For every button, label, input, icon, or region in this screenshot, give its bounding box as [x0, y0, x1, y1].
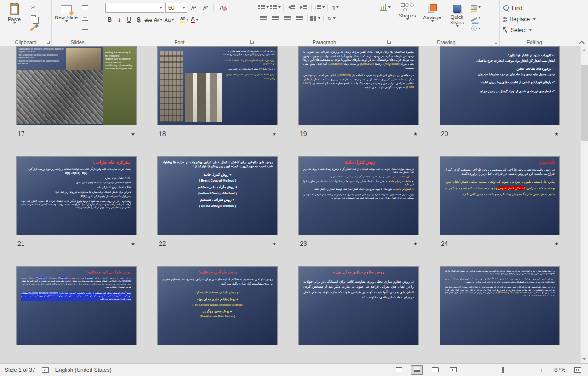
shapes-button[interactable]: Shapes — [395, 1, 420, 20]
slideshow-view-button[interactable] — [447, 365, 459, 375]
shape-effects-button[interactable] — [470, 24, 481, 33]
slide-cell: نکته مهم:دو روش باقیمانده یعنی روش طراحی… — [440, 156, 560, 248]
scrollbar-thumb[interactable] — [581, 65, 588, 141]
bold-button[interactable]: B — [105, 15, 114, 25]
slide-thumbnail[interactable]: روش مقاوم سازی محلی ویژهدر روش مقاوم ساز… — [298, 266, 419, 345]
align-text-button[interactable]: ⇅ — [326, 14, 337, 23]
underline-button[interactable]: U — [125, 15, 133, 25]
scroll-down-button[interactable] — [581, 355, 588, 363]
bullets-button[interactable] — [258, 3, 269, 12]
paste-button[interactable]: Paste — [2, 1, 27, 24]
slide-thumbnail[interactable]: استراتژی های طراحی:احتمال خرابی سازه ها … — [16, 156, 137, 235]
slide-thumbnail[interactable]: ۱- تغییرات شدید در فشار هوا نظیر:انفجار … — [440, 46, 560, 125]
reset-slide-button[interactable] — [80, 13, 91, 23]
copy-button[interactable] — [28, 13, 39, 23]
font-size-select[interactable]: 60 — [165, 3, 187, 13]
slide-text: پروژه مورد نظر ساختمان مسکونی ۱۶ طبقه با… — [222, 59, 275, 66]
select-button[interactable]: Select — [502, 25, 567, 35]
zoom-percentage[interactable]: 87% — [551, 367, 565, 373]
slide-layout-button[interactable] — [80, 3, 91, 12]
slide-number: 17 — [17, 130, 25, 137]
slide-cell: •Modification of structure, without the … — [16, 46, 137, 138]
slide-text: ۳- بارهای غیرعادی ناشی از نشست های پیش ب… — [445, 80, 555, 84]
align-center-button[interactable] — [270, 14, 281, 23]
quick-styles-button[interactable]: Quick Styles — [445, 1, 469, 27]
drawing-dialog-launcher[interactable] — [494, 40, 498, 44]
clear-formatting-button[interactable]: A — [216, 3, 227, 12]
italic-button[interactable]: I — [115, 15, 124, 25]
change-case-button[interactable]: Aa — [164, 15, 175, 25]
font-color-button[interactable]: A — [190, 15, 199, 25]
vertical-scrollbar[interactable] — [580, 46, 588, 363]
format-painter-button[interactable] — [28, 24, 39, 33]
slide-text-span: احتمال قابل قبولی — [498, 186, 525, 190]
clipboard-dialog-launcher[interactable] — [46, 40, 50, 44]
font-name-select[interactable] — [105, 3, 164, 13]
slide-photo-rubble — [17, 70, 103, 124]
reading-view-button[interactable] — [429, 365, 441, 375]
zoom-slider[interactable] — [475, 370, 535, 370]
shrink-font-button[interactable]: A▾ — [200, 3, 211, 12]
slide-text: P(A) = احتمال وقوع یک بارگیر عادی — [21, 186, 131, 189]
convert-to-smartart-button[interactable] — [380, 3, 391, 12]
slide-number: 21 — [17, 240, 25, 247]
section-button[interactable] — [80, 24, 91, 33]
slide-thumbnail[interactable]: در روش مقاوم سازی ویژه، المان های بحرانی… — [440, 266, 560, 345]
text-direction-button[interactable]: ¶ — [330, 3, 341, 12]
slide-thumbnail[interactable]: در مارس ۱۹۷۳ ، حادثه پیش از موعد شبیه سا… — [157, 46, 278, 125]
new-slide-button[interactable]: New Slide — [54, 1, 79, 22]
section-icon — [82, 26, 88, 31]
slide-text: ● روش کنترل حادثه — [162, 172, 273, 177]
slide-text: در بعضی موارد، احتمال خرابی به علت حوادث… — [303, 167, 414, 174]
justify-button[interactable] — [294, 14, 305, 23]
slide-sorter-view-button[interactable] — [411, 365, 423, 375]
slide-thumbnail[interactable]: نکته مهم:دو روش باقیمانده یعنی روش طراحی… — [440, 156, 560, 235]
slide-thumbnail[interactable]: روش طراحی غیر مستقیم:در این روش با مشخص … — [16, 266, 137, 345]
spell-check-icon[interactable]: ✓ — [42, 367, 49, 373]
slide-photo-towers — [185, 73, 222, 122]
slide-thumbnail[interactable]: روش طراحی مستقیم:روش طراحی مستقیم به هنگ… — [157, 266, 278, 345]
cut-button[interactable]: ✂ — [28, 3, 39, 12]
strikethrough-button[interactable]: abc — [144, 15, 153, 25]
arrange-button[interactable]: Arrange — [420, 1, 445, 22]
grow-font-button[interactable]: A▴ — [188, 3, 199, 12]
shape-fill-button[interactable] — [470, 3, 481, 12]
increase-indent-button[interactable] — [298, 3, 309, 12]
scroll-up-button[interactable] — [581, 46, 588, 54]
numbering-button[interactable] — [270, 3, 281, 12]
zoom-in-button[interactable]: + — [538, 366, 545, 374]
normal-view-button[interactable] — [393, 365, 405, 375]
line-spacing-button[interactable]: ↕ — [314, 3, 325, 12]
columns-button[interactable] — [310, 14, 321, 23]
highlight-color-button[interactable]: ab — [180, 15, 189, 25]
collapse-ribbon-button[interactable] — [580, 40, 583, 44]
slide-footer: 22★ — [157, 239, 278, 248]
slide-text: ( Event Control Method ) — [162, 178, 273, 182]
align-right-button[interactable] — [282, 14, 293, 23]
replace-button[interactable]: abac Replace — [502, 14, 567, 24]
slide-text: (The Specific Local Resistance Method) — [162, 303, 273, 307]
decrease-indent-button[interactable] — [286, 3, 297, 12]
slide-thumbnail[interactable]: •Modification of structure, without the … — [16, 46, 137, 125]
paragraph-dialog-launcher[interactable] — [387, 40, 391, 44]
align-left-button[interactable] — [258, 14, 269, 23]
fit-to-window-button[interactable] — [571, 365, 583, 375]
slide-thumbnail[interactable]: روش های متنوعی برای کاهش احتمال خطر خراب… — [157, 156, 278, 235]
slide-text: ● روش مقاوم سازی ویژه می تواند به چندین … — [445, 278, 555, 283]
select-label: Select — [511, 27, 526, 34]
find-button[interactable]: Find — [502, 3, 567, 13]
editing-group-label: Editing — [500, 40, 569, 45]
slide-thumbnail[interactable]: روش کنترل حادثه :در بعضی موارد، احتمال خ… — [298, 156, 419, 235]
slide-thumbnail[interactable]: معمولا ساختمان ها برای بارهای عادی نظیر … — [298, 46, 419, 125]
find-icon — [503, 5, 509, 11]
font-dialog-launcher[interactable] — [250, 40, 254, 44]
zoom-out-button[interactable]: − — [465, 366, 471, 374]
zoom-slider-thumb[interactable] — [502, 367, 504, 373]
character-spacing-button[interactable]: AV — [154, 15, 163, 25]
slide-text: سازه ها بایستی طوری طراحی شوند که وقتی ص… — [445, 179, 555, 198]
language-indicator[interactable]: English (United States) — [55, 367, 112, 373]
slide-text: در روش مقاوم سازی ویژه، المان های بحرانی… — [445, 270, 555, 275]
slide-text: ۱- تغییرات شدید در فشار هوا نظیر: — [445, 53, 555, 57]
text-shadow-button[interactable]: S — [134, 15, 143, 25]
shape-outline-button[interactable] — [470, 13, 481, 23]
